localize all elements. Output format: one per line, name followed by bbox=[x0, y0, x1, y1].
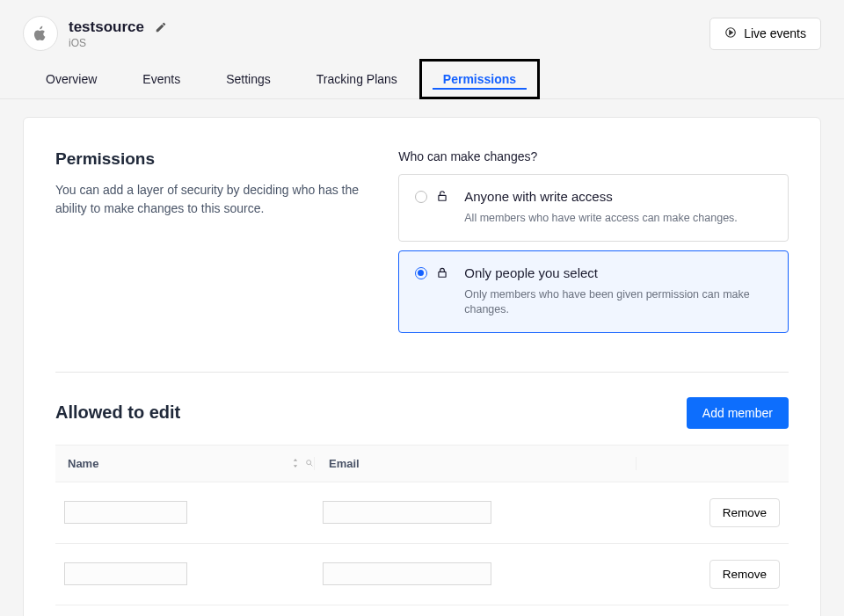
divider bbox=[55, 372, 789, 373]
live-events-label: Live events bbox=[744, 26, 806, 40]
add-member-button[interactable]: Add member bbox=[687, 397, 789, 429]
radio-unselected[interactable] bbox=[415, 191, 427, 203]
play-circle-icon bbox=[724, 26, 737, 41]
lock-icon bbox=[436, 266, 448, 279]
remove-button[interactable]: Remove bbox=[709, 498, 780, 527]
svg-rect-2 bbox=[439, 272, 446, 277]
permissions-top: Permissions You can add a layer of secur… bbox=[55, 149, 789, 342]
email-placeholder bbox=[323, 562, 491, 585]
option-title: Anyone with write access bbox=[464, 189, 772, 204]
allowed-header: Allowed to edit Add member bbox=[55, 397, 789, 429]
column-name-label: Name bbox=[68, 457, 98, 470]
table-row: Remove bbox=[55, 482, 789, 544]
remove-button[interactable]: Remove bbox=[709, 560, 780, 589]
svg-rect-1 bbox=[439, 195, 446, 200]
table-header: Name Email bbox=[55, 445, 789, 482]
permissions-options: Who can make changes? Anyone with write … bbox=[398, 149, 789, 342]
tabs: Overview Events Settings Tracking Plans … bbox=[0, 60, 844, 99]
option-title: Only people you select bbox=[464, 265, 772, 280]
email-placeholder bbox=[323, 501, 491, 524]
sort-icon[interactable] bbox=[291, 457, 300, 470]
edit-icon[interactable] bbox=[155, 21, 167, 33]
permissions-panel: Permissions You can add a layer of secur… bbox=[23, 117, 821, 616]
tab-tracking-plans[interactable]: Tracking Plans bbox=[294, 60, 420, 98]
live-events-button[interactable]: Live events bbox=[709, 18, 821, 50]
option-description: All members who have write access can ma… bbox=[464, 211, 772, 227]
allowed-to-edit-heading: Allowed to edit bbox=[55, 402, 180, 423]
option-description: Only members who have been given permiss… bbox=[464, 287, 772, 318]
tab-events[interactable]: Events bbox=[120, 60, 203, 98]
permissions-intro: Permissions You can add a layer of secur… bbox=[55, 149, 363, 342]
page-header: testsource iOS Live events bbox=[0, 0, 844, 60]
who-can-make-changes-label: Who can make changes? bbox=[398, 149, 789, 163]
name-placeholder bbox=[64, 562, 187, 585]
column-email-label: Email bbox=[329, 457, 360, 470]
platform-label: iOS bbox=[69, 37, 167, 49]
search-icon[interactable] bbox=[305, 457, 314, 470]
unlock-icon bbox=[436, 190, 448, 202]
svg-point-3 bbox=[307, 460, 311, 464]
permissions-description: You can add a layer of security by decid… bbox=[55, 181, 363, 218]
name-placeholder bbox=[64, 501, 187, 524]
table-row: Remove bbox=[55, 544, 789, 605]
source-title: testsource bbox=[69, 18, 144, 36]
option-only-people-you-select[interactable]: Only people you select Only members who … bbox=[398, 250, 789, 333]
tab-settings[interactable]: Settings bbox=[203, 60, 294, 98]
option-anyone-write-access[interactable]: Anyone with write access All members who… bbox=[398, 174, 789, 242]
tab-permissions[interactable]: Permissions bbox=[420, 60, 539, 98]
radio-selected[interactable] bbox=[415, 267, 427, 279]
header-left: testsource iOS bbox=[23, 16, 167, 51]
apple-icon bbox=[23, 16, 58, 51]
tab-overview[interactable]: Overview bbox=[23, 60, 120, 98]
title-block: testsource iOS bbox=[69, 18, 167, 49]
permissions-heading: Permissions bbox=[55, 149, 363, 169]
